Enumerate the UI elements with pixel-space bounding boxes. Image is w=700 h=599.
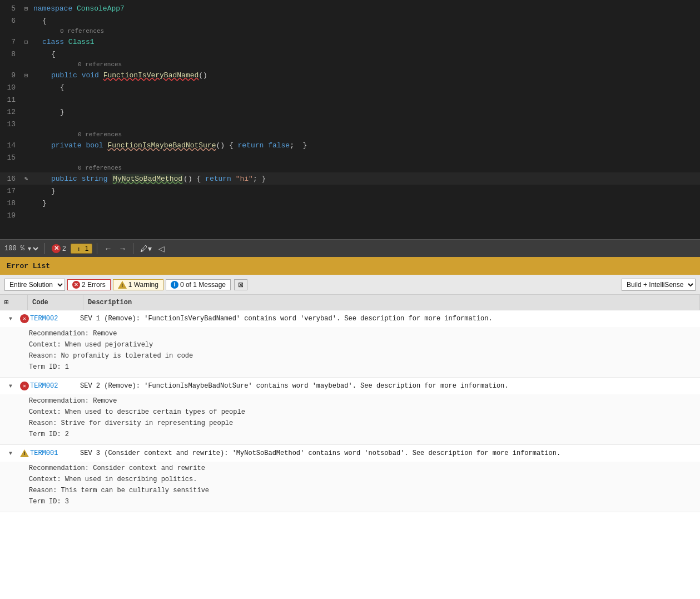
code-line-15: 15 bbox=[0, 151, 700, 164]
th-code: Code bbox=[28, 295, 83, 310]
separator-2 bbox=[97, 243, 97, 254]
detail-block-2: Recommendation: Remove Context: When use… bbox=[0, 394, 700, 444]
info-filter-icon: i bbox=[171, 281, 178, 289]
code-line-6: 6 { bbox=[0, 14, 700, 27]
table-row[interactable]: ▼ ✕ TERM002 SEV 1 (Remove): 'FunctionIsV… bbox=[0, 310, 700, 327]
detail-line-2-2: Context: When used to describe certain t… bbox=[29, 407, 700, 418]
warning-filter-icon bbox=[118, 281, 127, 289]
row-desc-1: SEV 1 (Remove): 'FunctionIsVeryBadNamed'… bbox=[80, 315, 698, 323]
separator-1 bbox=[44, 243, 45, 254]
code-line-8: 8 { bbox=[0, 48, 700, 60]
detail-line-2-3: Reason: Strive for diversity in represen… bbox=[29, 418, 700, 429]
code-line-17: 17 } bbox=[0, 185, 700, 197]
separator-3 bbox=[133, 243, 133, 254]
error-list-title: Error List bbox=[7, 262, 50, 270]
fold-icon-16[interactable]: ✎ bbox=[21, 175, 31, 182]
expand-icon-1[interactable]: ▼ bbox=[2, 316, 19, 322]
line-number-9: 9 bbox=[0, 71, 21, 80]
detail-line-2-1: Recommendation: Remove bbox=[29, 395, 700, 407]
code-content-7: class Class1 bbox=[31, 38, 700, 46]
code-line-7: 7 ⊟ class Class1 bbox=[0, 36, 700, 48]
row-desc-2: SEV 2 (Remove): 'FunctionIsMaybeBadNotSu… bbox=[80, 382, 698, 390]
error-group-3: ▼ TERM001 SEV 3 (Consider context and re… bbox=[0, 445, 700, 512]
table-header: ⊞ Code Description bbox=[0, 295, 700, 310]
code-line-13: 13 bbox=[0, 118, 700, 130]
line-number-5: 5 bbox=[0, 4, 21, 13]
code-line-16: 16 ✎ public string MyNotSoBadMethod() { … bbox=[0, 172, 700, 185]
row-code-2[interactable]: TERM002 bbox=[30, 382, 80, 390]
detail-line-3-3: Reason: This term can be culturally sens… bbox=[29, 485, 700, 496]
warning-row-icon-3 bbox=[19, 449, 30, 457]
zoom-control: 100 % ▾ bbox=[4, 244, 40, 253]
table-row[interactable]: ▼ TERM001 SEV 3 (Consider context and re… bbox=[0, 445, 700, 462]
collapse-button[interactable]: ◁ bbox=[156, 243, 167, 254]
detail-line-3-1: Recommendation: Consider context and rew… bbox=[29, 463, 700, 474]
line-number-11: 11 bbox=[0, 96, 21, 104]
code-content-10: { bbox=[31, 83, 700, 92]
error-count-label: 2 bbox=[62, 245, 66, 253]
row-code-3[interactable]: TERM001 bbox=[30, 449, 80, 457]
code-content-14: private bool FunctionIsMaybeBadNotSure()… bbox=[31, 141, 700, 150]
ref-hint-class: 0 references bbox=[60, 27, 700, 36]
extra-filter-button[interactable]: ⊠ bbox=[234, 279, 247, 290]
zoom-select[interactable]: ▾ bbox=[26, 244, 40, 253]
build-select[interactable]: Build + IntelliSense bbox=[622, 279, 696, 291]
line-number-10: 10 bbox=[0, 83, 21, 92]
error-count-button[interactable]: ✕ 2 bbox=[49, 243, 68, 254]
line-number-16: 16 bbox=[0, 175, 21, 183]
detail-line-1-3: Reason: No profanity is tolerated in cod… bbox=[29, 350, 700, 362]
error-list-body: ▼ ✕ TERM002 SEV 1 (Remove): 'FunctionIsV… bbox=[0, 310, 700, 599]
error-list-panel: Error List Entire Solution ✕ 2 Errors 1 … bbox=[0, 257, 700, 599]
expand-icon-3[interactable]: ▼ bbox=[2, 451, 19, 457]
code-content-9: public void FunctionIsVeryBadNamed() bbox=[31, 71, 700, 80]
error-filter-icon: ✕ bbox=[72, 281, 80, 289]
line-number-12: 12 bbox=[0, 108, 21, 116]
table-row[interactable]: ▼ ✕ TERM002 SEV 2 (Remove): 'FunctionIsM… bbox=[0, 378, 700, 394]
code-content-12: } bbox=[31, 108, 700, 116]
fold-icon-5[interactable]: ⊟ bbox=[21, 5, 31, 12]
expand-icon-2[interactable]: ▼ bbox=[2, 383, 19, 389]
code-content-17: } bbox=[31, 187, 700, 195]
code-content-18: } bbox=[31, 199, 700, 207]
code-line-12: 12 } bbox=[0, 106, 700, 118]
code-line-9: 9 ⊟ public void FunctionIsVeryBadNamed() bbox=[0, 69, 700, 81]
messages-filter-button[interactable]: i 0 of 1 Message bbox=[166, 279, 231, 290]
scope-select[interactable]: Entire Solution bbox=[4, 279, 65, 291]
detail-block-1: Recommendation: Remove Context: When use… bbox=[0, 327, 700, 377]
nav-back-button[interactable]: ← bbox=[102, 243, 114, 254]
line-number-13: 13 bbox=[0, 120, 21, 128]
code-content-6: { bbox=[31, 17, 700, 25]
error-icon: ✕ bbox=[52, 244, 61, 253]
errors-filter-label: 2 Errors bbox=[82, 281, 106, 289]
line-number-19: 19 bbox=[0, 211, 21, 220]
th-expand-icon: ⊞ bbox=[4, 298, 8, 306]
error-group-2: ▼ ✕ TERM002 SEV 2 (Remove): 'FunctionIsM… bbox=[0, 378, 700, 445]
line-number-6: 6 bbox=[0, 17, 21, 25]
warning-icon-3 bbox=[20, 449, 29, 457]
line-number-14: 14 bbox=[0, 141, 21, 150]
code-content-5: namespace ConsoleApp7 bbox=[31, 4, 700, 13]
error-group-1: ▼ ✕ TERM002 SEV 1 (Remove): 'FunctionIsV… bbox=[0, 310, 700, 378]
nav-forward-button[interactable]: → bbox=[116, 243, 128, 254]
th-description: Description bbox=[83, 295, 700, 310]
warnings-filter-button[interactable]: 1 Warning bbox=[113, 279, 163, 290]
bookmarks-button[interactable]: 🖊▾ bbox=[138, 243, 154, 254]
zoom-value: 100 % bbox=[4, 245, 24, 253]
errors-filter-button[interactable]: ✕ 2 Errors bbox=[67, 279, 111, 290]
line-number-8: 8 bbox=[0, 50, 21, 58]
row-code-1[interactable]: TERM002 bbox=[30, 315, 80, 323]
detail-line-1-1: Recommendation: Remove bbox=[29, 328, 700, 339]
code-editor: 5 ⊟ namespace ConsoleApp7 6 { 0 referenc… bbox=[0, 0, 700, 239]
warning-count-button[interactable]: 1 bbox=[71, 244, 93, 254]
warning-icon-toolbar bbox=[75, 245, 83, 253]
warning-count-label: 1 bbox=[85, 245, 89, 253]
code-line-18: 18 } bbox=[0, 197, 700, 209]
fold-icon-9[interactable]: ⊟ bbox=[21, 72, 31, 79]
code-line-14: 14 private bool FunctionIsMaybeBadNotSur… bbox=[0, 139, 700, 151]
detail-line-3-2: Context: When used in describing politic… bbox=[29, 474, 700, 485]
detail-line-1-2: Context: When used pejoratively bbox=[29, 339, 700, 350]
detail-line-3-4: Term ID: 3 bbox=[29, 496, 700, 507]
fold-icon-7[interactable]: ⊟ bbox=[21, 38, 31, 46]
error-icon-2: ✕ bbox=[20, 382, 29, 390]
ref-hint-func1: 0 references bbox=[78, 60, 700, 69]
